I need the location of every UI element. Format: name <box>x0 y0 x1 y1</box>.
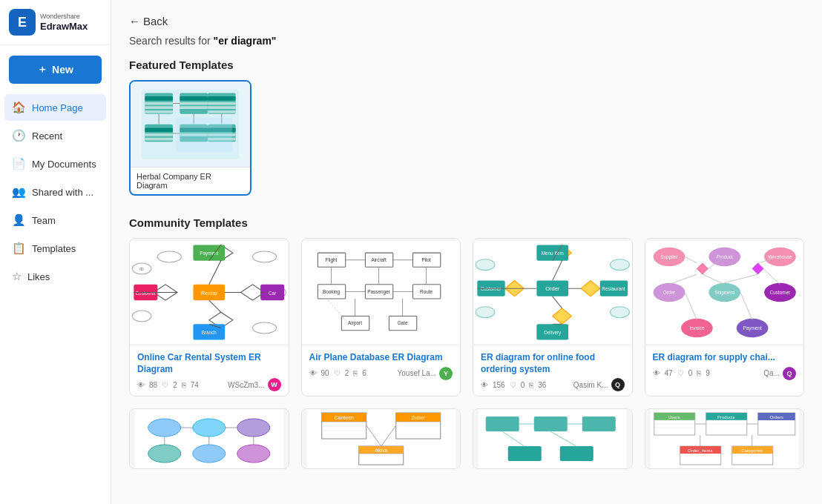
templates-icon: 📋 <box>12 242 26 255</box>
svg-point-106 <box>476 259 495 271</box>
card-thumb-1: Flight Aircraft Pilot Booking Passenger … <box>302 239 461 346</box>
sidebar-item-templates[interactable]: 📋 Templates <box>4 235 106 262</box>
community-card-r2-0[interactable] <box>129 408 289 469</box>
svg-point-148 <box>148 419 181 437</box>
svg-rect-8 <box>180 102 208 105</box>
card-info-1: Air Plane Database ER Diagram 👁 90 ♡ 2 ⎘… <box>302 346 461 385</box>
svg-point-153 <box>237 445 270 462</box>
svg-text:Users: Users <box>668 415 680 420</box>
community-grid-row2: Canteen Zuber Akiva <box>129 408 804 469</box>
card-meta-1: 👁 90 ♡ 2 ⎘ 6 Yousef La... Y <box>309 367 453 380</box>
card-thumb-2: Order Customer Restaurant Menu Item Deli… <box>473 239 632 346</box>
sidebar-item-label: Templates <box>32 243 76 254</box>
copies-3: 9 <box>706 369 710 377</box>
svg-rect-7 <box>180 96 208 101</box>
sidebar-item-label: Shared with ... <box>32 187 93 198</box>
avatar-2: Q <box>611 378 625 391</box>
svg-rect-3 <box>145 102 173 105</box>
svg-text:Orders: Orders <box>769 415 783 420</box>
community-card-r2-3[interactable]: Users Products Orders Order_Items <box>645 408 805 469</box>
card-title-3: ER diagram for supply chai... <box>653 352 797 364</box>
svg-text:Gate: Gate <box>397 320 407 325</box>
svg-text:Akiva: Akiva <box>375 448 387 453</box>
sidebar-item-label: Team <box>32 215 56 226</box>
svg-point-151 <box>148 445 181 462</box>
svg-rect-180 <box>508 446 542 461</box>
back-button[interactable]: ← Back <box>129 15 804 27</box>
new-button[interactable]: ＋ New <box>9 56 102 84</box>
copies-icon-1: ⎘ <box>353 369 358 377</box>
card-thumb-r2-0 <box>130 409 289 468</box>
community-card-1[interactable]: Flight Aircraft Pilot Booking Passenger … <box>301 238 461 397</box>
sidebar-item-home[interactable]: 🏠 Home Page <box>4 94 106 121</box>
featured-grid: Herbal Company ER Diagram <box>129 80 804 196</box>
svg-text:Invoice: Invoice <box>689 325 705 331</box>
svg-text:Booking: Booking <box>322 289 340 295</box>
svg-rect-18 <box>145 137 173 140</box>
featured-template-herbal[interactable]: Herbal Company ER Diagram <box>129 80 251 196</box>
svg-text:Order_Items: Order_Items <box>688 448 712 453</box>
home-icon: 🏠 <box>12 101 26 114</box>
svg-text:Passenger: Passenger <box>367 289 390 295</box>
svg-rect-11 <box>208 96 236 101</box>
card-meta-2: 👁 156 ♡ 0 ⎘ 36 Qasim K... Q <box>481 378 625 391</box>
svg-text:Delivery: Delivery <box>544 330 562 336</box>
sidebar-item-shared[interactable]: 👥 Shared with ... <box>4 179 106 205</box>
svg-rect-14 <box>208 110 236 113</box>
svg-rect-17 <box>145 133 173 136</box>
svg-point-46 <box>252 322 276 334</box>
main-content: ← Back Search results for "er diagram" F… <box>111 0 822 504</box>
views-2: 156 <box>493 381 505 389</box>
sidebar-item-label: My Documents <box>32 159 96 170</box>
likes-0: 2 <box>173 381 177 389</box>
avatar-3: Q <box>783 367 796 380</box>
community-card-r2-2[interactable] <box>473 408 633 469</box>
community-card-0[interactable]: Rental ID Customer <box>129 238 289 397</box>
sidebar-item-my-documents[interactable]: 📄 My Documents <box>4 150 106 177</box>
svg-text:Customer: Customer <box>769 290 791 295</box>
svg-rect-2 <box>145 96 173 101</box>
likes-2: 0 <box>521 381 525 389</box>
svg-text:Order: Order <box>545 285 560 292</box>
svg-text:Categories: Categories <box>741 448 763 453</box>
svg-rect-4 <box>145 106 173 109</box>
sidebar-item-team[interactable]: 👤 Team <box>4 207 106 233</box>
meta-author-0: WScZm3... W <box>228 378 280 391</box>
svg-rect-177 <box>486 417 519 431</box>
featured-card-label: Herbal Company ER Diagram <box>131 167 250 194</box>
community-card-3[interactable]: Supplier Product Warehouse Order Shipmen… <box>645 238 805 397</box>
card-title-1: Air Plane Database ER Diagram <box>309 352 453 364</box>
svg-rect-178 <box>534 417 568 431</box>
sidebar-item-recent[interactable]: 🕐 Recent <box>4 122 106 149</box>
svg-text:ID: ID <box>139 267 143 271</box>
svg-text:Route: Route <box>420 289 433 294</box>
svg-point-152 <box>193 445 226 462</box>
svg-text:Menu Item: Menu Item <box>542 251 564 256</box>
back-label: Back <box>143 15 168 27</box>
views-icon-0: 👁 <box>137 381 145 389</box>
sidebar-item-label: Recent <box>32 130 62 142</box>
recent-icon: 🕐 <box>12 129 26 142</box>
search-query: "er diagram" <box>214 35 277 47</box>
copies-1: 6 <box>362 369 366 377</box>
sidebar-item-likes[interactable]: ☆ Likes <box>4 263 106 290</box>
svg-point-149 <box>193 419 226 437</box>
sidebar: E Wondershare EdrawMax ＋ New 🏠 Home Page… <box>0 0 111 504</box>
views-icon-1: 👁 <box>309 369 317 377</box>
sidebar-item-label: Home Page <box>32 102 83 113</box>
sidebar-item-label: Likes <box>27 271 50 282</box>
svg-text:Airport: Airport <box>348 320 362 326</box>
community-card-2[interactable]: Order Customer Restaurant Menu Item Deli… <box>473 238 633 397</box>
card-thumb-r2-2 <box>473 409 632 468</box>
avatar-1: Y <box>439 367 453 380</box>
svg-text:Customer: Customer <box>481 286 502 291</box>
community-card-r2-1[interactable]: Canteen Zuber Akiva <box>301 408 461 469</box>
svg-text:Warehouse: Warehouse <box>768 254 792 259</box>
svg-rect-16 <box>145 127 173 132</box>
svg-text:Order: Order <box>662 290 675 295</box>
card-info-2: ER diagram for online food ordering syst… <box>473 346 632 396</box>
meta-author-3: Qa... Q <box>763 367 796 380</box>
shared-icon: 👥 <box>12 185 26 199</box>
card-thumb-0: Rental ID Customer <box>130 239 289 346</box>
sidebar-nav: 🏠 Home Page 🕐 Recent 📄 My Documents 👥 Sh… <box>0 94 111 290</box>
